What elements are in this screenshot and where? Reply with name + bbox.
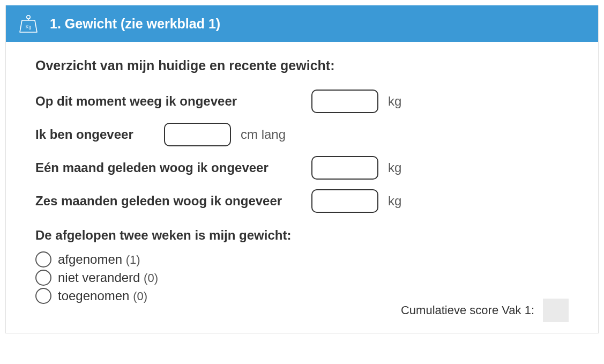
label-height: Ik ben ongeveer <box>35 127 164 142</box>
row-one-month: Eén maand geleden woog ik ongeveer kg <box>35 156 569 180</box>
svg-point-0 <box>27 16 30 19</box>
section-panel: Kg 1. Gewicht (zie werkblad 1) Overzicht… <box>5 5 599 333</box>
sub-question: De afgelopen twee weken is mijn gewicht: <box>35 228 569 243</box>
radio-afgenomen[interactable] <box>35 251 51 268</box>
input-one-month[interactable] <box>311 156 378 180</box>
radio-score: (0) <box>133 289 147 303</box>
section-title: 1. Gewicht (zie werkblad 1) <box>50 16 220 32</box>
svg-text:Kg: Kg <box>26 24 32 29</box>
row-height: Ik ben ongeveer cm lang <box>35 123 569 146</box>
label-six-months: Zes maanden geleden woog ik ongeveer <box>35 194 311 209</box>
section-body: Overzicht van mijn huidige en recente ge… <box>6 42 598 333</box>
radio-score: (1) <box>126 253 140 266</box>
intro-text: Overzicht van mijn huidige en recente ge… <box>35 58 569 73</box>
section-header: Kg 1. Gewicht (zie werkblad 1) <box>6 5 598 42</box>
radio-niet-veranderd[interactable] <box>35 270 51 286</box>
radio-label: niet veranderd <box>58 270 140 285</box>
unit-current-weight: kg <box>388 94 401 109</box>
radio-item-toegenomen: toegenomen (0) <box>35 288 569 304</box>
cumulative-score-label: Cumulatieve score Vak 1: <box>401 303 534 317</box>
radio-label: afgenomen <box>58 252 122 266</box>
unit-six-months: kg <box>388 194 401 209</box>
label-current-weight: Op dit moment weeg ik ongeveer <box>35 94 311 109</box>
cumulative-score-box <box>543 299 569 322</box>
unit-height: cm lang <box>241 127 286 142</box>
input-six-months[interactable] <box>311 189 378 213</box>
row-current-weight: Op dit moment weeg ik ongeveer kg <box>35 90 569 113</box>
radio-label: toegenomen <box>58 288 129 303</box>
input-height[interactable] <box>164 123 231 146</box>
radio-item-niet-veranderd: niet veranderd (0) <box>35 270 569 286</box>
unit-one-month: kg <box>388 160 401 175</box>
row-six-months: Zes maanden geleden woog ik ongeveer kg <box>35 189 569 213</box>
weight-kg-icon: Kg <box>18 13 39 34</box>
input-current-weight[interactable] <box>311 90 378 113</box>
radio-item-afgenomen: afgenomen (1) <box>35 251 569 268</box>
radio-score: (0) <box>144 271 158 285</box>
label-one-month: Eén maand geleden woog ik ongeveer <box>35 160 311 175</box>
radio-list: afgenomen (1) niet veranderd (0) toegeno… <box>35 251 569 304</box>
radio-toegenomen[interactable] <box>35 288 51 304</box>
